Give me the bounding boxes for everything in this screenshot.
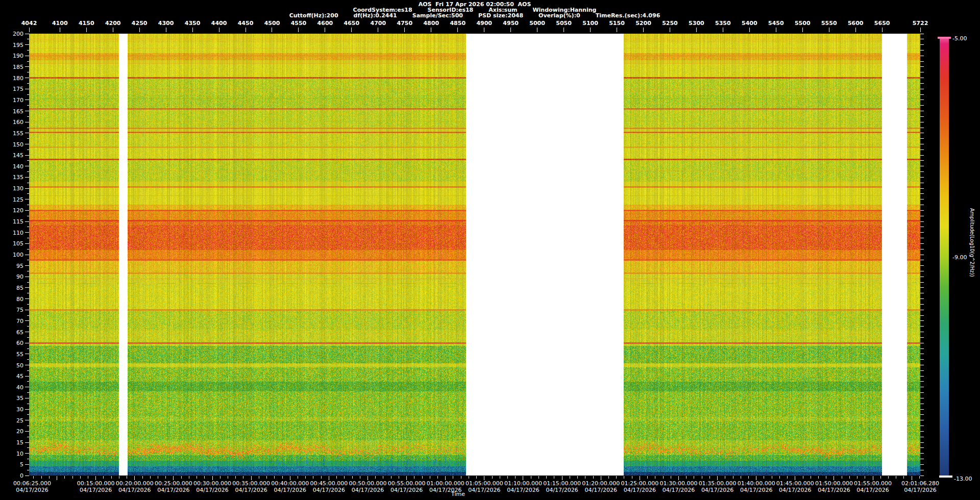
y-axis-label: 105	[2, 241, 23, 246]
time-axis-minor-tick	[616, 476, 617, 479]
time-value: 01:40:00.000	[738, 480, 775, 487]
time-axis-minor-tick	[49, 476, 50, 479]
time-axis-minor-tick	[383, 476, 383, 479]
date-value: 04/17/2026	[349, 487, 387, 493]
time-axis-minor-tick	[243, 476, 243, 479]
date-value: 04/17/2026	[13, 487, 51, 493]
time-axis-minor-tick	[197, 476, 197, 479]
time-axis-label: 00:35:00.00004/17/2026	[232, 480, 270, 493]
y-axis-tick	[25, 442, 29, 443]
time-axis-minor-tick	[764, 476, 764, 479]
top-axis-tick	[29, 28, 30, 32]
y-axis-right-tick	[920, 447, 924, 448]
y-axis-right-tick	[920, 177, 924, 178]
y-axis-label: 75	[2, 307, 23, 313]
y-axis-right-tick	[920, 260, 924, 260]
top-axis-tick	[192, 28, 193, 32]
date-value: 04/17/2026	[543, 487, 581, 493]
date-value: 04/17/2026	[310, 487, 348, 493]
time-axis-minor-tick	[461, 476, 461, 479]
time-value: 00:55:00.000	[388, 480, 426, 487]
top-axis-label: 5722	[913, 20, 928, 26]
y-axis-label: 150	[2, 142, 23, 147]
top-axis-label: 4150	[79, 20, 94, 26]
y-axis-label: 0	[2, 473, 23, 479]
y-axis-right-tick	[920, 381, 924, 382]
top-axis-label: 5150	[609, 20, 625, 26]
time-axis-minor-tick	[842, 476, 842, 479]
time-axis-minor-tick	[220, 476, 220, 479]
y-axis-label: 200	[2, 31, 23, 37]
time-axis-minor-tick	[857, 476, 857, 479]
y-axis-tick	[25, 265, 29, 266]
date-value: 04/17/2026	[660, 487, 698, 493]
y-axis-right-tick	[920, 44, 924, 45]
date-value: 04/17/2026	[465, 487, 503, 493]
top-axis-label: 4300	[158, 20, 174, 26]
y-axis-tick	[25, 44, 29, 45]
y-axis-tick	[25, 66, 29, 67]
time-axis-label: 00:30:00.00004/17/2026	[193, 480, 231, 493]
date-value: 04/17/2026	[232, 487, 270, 493]
time-axis-minor-tick	[41, 476, 42, 479]
time-axis-minor-tick	[266, 476, 267, 479]
time-axis-minor-tick	[80, 476, 81, 479]
top-axis-tick	[537, 28, 537, 32]
time-axis-minor-tick	[150, 476, 151, 479]
time-value: 01:45:00.000	[776, 480, 814, 487]
y-axis-label: 125	[2, 197, 23, 203]
time-axis-minor-tick	[818, 476, 819, 479]
y-axis-right-tick	[920, 404, 924, 404]
time-axis-minor-tick	[865, 476, 865, 479]
y-axis-right-tick	[920, 298, 924, 299]
y-axis-label: 110	[2, 230, 23, 236]
time-axis-tick	[640, 476, 640, 480]
y-axis-right-tick	[920, 453, 924, 454]
time-axis-title: Time	[451, 491, 465, 497]
y-axis-right-tick	[920, 464, 924, 465]
time-axis-minor-tick	[282, 476, 283, 479]
y-axis-right-tick	[920, 221, 924, 222]
y-axis-right-tick	[920, 287, 924, 288]
y-axis-label: 175	[2, 86, 23, 92]
time-axis-minor-tick	[111, 476, 112, 479]
top-axis-tick	[351, 28, 352, 32]
top-axis-label: 5600	[848, 20, 864, 26]
top-axis-label: 5350	[715, 20, 731, 26]
time-axis-minor-tick	[655, 476, 655, 479]
y-axis-right-tick	[920, 370, 924, 371]
date-value: 04/17/2026	[901, 487, 939, 493]
date-value: 04/17/2026	[116, 487, 154, 493]
time-axis-tick	[834, 476, 834, 480]
time-axis-minor-tick	[181, 476, 182, 479]
top-axis-tick	[696, 28, 697, 32]
y-axis-tick	[25, 243, 29, 244]
top-axis-tick	[749, 28, 750, 32]
time-axis-minor-tick	[624, 476, 624, 479]
y-axis-label: 55	[2, 352, 23, 357]
time-axis-minor-tick	[469, 476, 469, 479]
time-axis-tick	[173, 476, 174, 480]
top-axis-label: 4450	[238, 20, 254, 26]
date-value: 04/17/2026	[854, 487, 892, 493]
time-axis-minor-tick	[772, 476, 772, 479]
time-axis-minor-tick	[647, 476, 648, 479]
top-axis-label: 4600	[317, 20, 333, 26]
y-axis-right-tick	[920, 155, 924, 156]
top-axis-label: 4200	[105, 20, 121, 26]
time-axis-minor-tick	[919, 476, 920, 479]
param-item: TimeRes.(sec):4.096	[596, 13, 660, 18]
time-value: 01:35:00.000	[699, 480, 737, 487]
spectrogram-plot[interactable]	[29, 34, 920, 476]
top-axis-tick	[113, 28, 113, 32]
y-axis-tick	[25, 310, 29, 310]
y-axis-label: 70	[2, 318, 23, 324]
time-axis-minor-tick	[671, 476, 671, 479]
time-axis-minor-tick	[585, 476, 585, 479]
y-axis-right-tick	[920, 199, 924, 199]
time-value: 01:30:00.000	[660, 480, 698, 487]
top-axis-tick	[510, 28, 511, 32]
y-axis-label: 165	[2, 109, 23, 114]
y-axis-right-tick	[920, 459, 924, 459]
top-axis-tick	[378, 28, 378, 32]
